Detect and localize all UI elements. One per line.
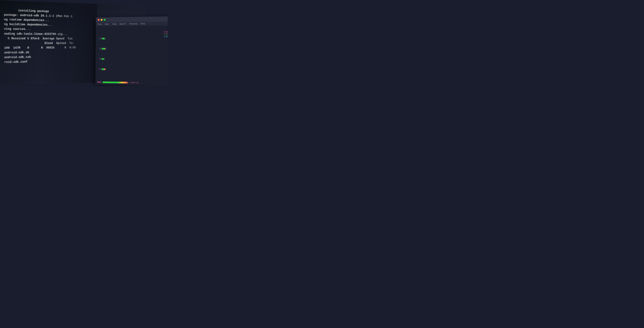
bg-line-4: ng buildtime dependencies... <box>4 23 53 27</box>
menu-help[interactable]: Help <box>141 23 145 25</box>
bg-line-11: android-sdk.csh <box>4 55 31 59</box>
menu-view[interactable]: View <box>112 23 116 25</box>
bg-line-5: ving sources... <box>4 27 30 31</box>
cpu-bar-3 <box>102 58 104 60</box>
cpu-bar-4-green <box>102 68 104 70</box>
cpu-row-1: 1 [ ] <box>98 37 166 40</box>
cpu-row-4: 4 [ ] <box>98 68 166 71</box>
mem-label: Mem[ <box>97 81 102 83</box>
bg-line-8: Dload Upload To: <box>4 41 74 45</box>
bg-line-3: ng runtime dependencies... <box>4 18 49 22</box>
htop-body: 1 [ ] 2 [ ] 3 [ ] 4 [ <box>96 25 168 86</box>
bg-line-1: installing package <box>11 9 49 13</box>
menu-terminal[interactable]: Terminal <box>129 23 138 25</box>
mem-row: Mem[ ] 1.80G/4.0G <box>97 81 166 84</box>
cpu-bar-2-green <box>102 48 105 49</box>
menu-search[interactable]: Search <box>120 23 126 25</box>
bg-line-10: android-sdk.sh <box>4 51 29 54</box>
bg-line-9: 100 147M 0 0 4682k 0 0:00 <box>4 46 76 49</box>
cpu-label-2: 2 <box>98 47 100 50</box>
mem-bar <box>102 81 128 83</box>
cpu-label-3: 3 <box>98 58 100 60</box>
minimize-button-dot[interactable] <box>100 19 102 21</box>
cpu-val-3: 0.5% <box>164 34 168 36</box>
cpu-label-4: 4 <box>98 68 100 70</box>
bg-line-7: % Received % Xferd Average Speed Tim <box>4 37 72 40</box>
cpu-val-2: 0.3% <box>164 32 168 34</box>
bg-line-6: oading sdk-tools-linux-4333796.zip... <box>4 32 68 36</box>
cpu-row-3: 3 [ ] <box>98 58 166 60</box>
foreground-terminal: File Edit View Search Terminal Help 1 [ … <box>96 16 168 86</box>
cpu-val-4: 1.0% <box>164 36 168 37</box>
htop-container: 1 [ ] 2 [ ] 3 [ ] 4 [ <box>97 27 166 86</box>
bg-line-12: roid-sdk.conf <box>4 60 28 64</box>
cpu-row-2: 2 [ ] <box>98 47 166 50</box>
maximize-button-dot[interactable] <box>104 19 106 21</box>
cpu-label-1: 1 <box>98 37 100 40</box>
cpu-val-1: 6.4% <box>164 31 168 32</box>
cpu-bar-1 <box>102 38 105 39</box>
bg-line-2: package: android-sdk 26.1.1-1 (Mon Feb 1… <box>4 13 74 18</box>
menu-edit[interactable]: Edit <box>105 23 109 25</box>
right-cpu-values: 6.4% 0.3% 0.5% 1.0% <box>164 31 168 37</box>
mem-values: 1.80G/4.0G <box>129 81 138 84</box>
cpu-bar-4-red <box>104 68 105 70</box>
close-button-dot[interactable] <box>98 19 100 21</box>
menu-file[interactable]: File <box>98 23 102 25</box>
terminal-titlebar <box>96 16 168 22</box>
